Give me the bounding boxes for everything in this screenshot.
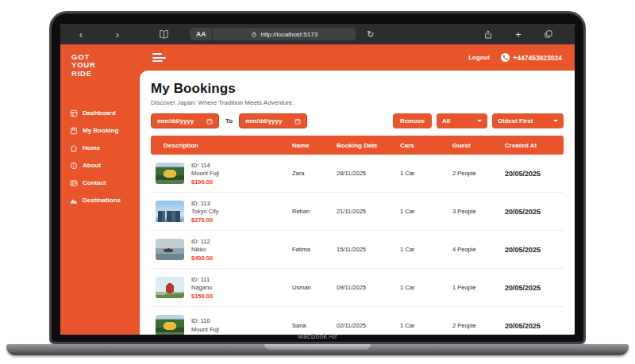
cars-count: 1 Car xyxy=(400,208,452,215)
screen-viewport: ‹ › AA http://localhost:5173 ↻ + xyxy=(60,24,575,335)
tab-overview-icon[interactable] xyxy=(533,29,564,39)
created-at: 20/05/2025 xyxy=(505,322,564,330)
booking-id: ID: 114 xyxy=(191,162,219,169)
booking-id: ID: 110 xyxy=(191,317,219,324)
booking-id: ID: 113 xyxy=(191,200,219,207)
sort-select[interactable]: Oldest First xyxy=(492,113,564,128)
cars-count: 1 Car xyxy=(400,322,452,329)
chevron-down-icon xyxy=(553,120,558,122)
destination-thumbnail xyxy=(156,239,184,260)
logout-button[interactable]: Logout xyxy=(468,54,490,61)
app-root: GOT YOUR RIDE Dashboard My Booking xyxy=(60,44,575,335)
table-row[interactable]: ID: 111 Nagano $150.00 Usman 09/11/2025 … xyxy=(151,269,564,307)
chevron-down-icon xyxy=(477,120,482,122)
page-subtitle: Discover Japan: Where Tradition Meets Ad… xyxy=(151,99,564,106)
booking-price: $270.00 xyxy=(191,216,219,224)
destination-name: Tokyo City xyxy=(191,208,219,215)
info-icon xyxy=(70,162,78,170)
sidebar-item-home[interactable]: Home xyxy=(60,140,140,157)
guest-count: 2 People xyxy=(452,170,505,177)
booking-id: ID: 111 xyxy=(191,276,213,283)
sidebar: GOT YOUR RIDE Dashboard My Booking xyxy=(60,44,140,335)
table-row[interactable]: ID: 114 Mount Fuji $190.00 Zara 28/11/20… xyxy=(151,155,564,193)
guest-count: 4 People xyxy=(452,246,505,253)
laptop-base xyxy=(6,344,629,355)
cars-count: 1 Car xyxy=(400,170,452,177)
back-icon[interactable]: ‹ xyxy=(71,29,90,40)
laptop-screen-frame: ‹ › AA http://localhost:5173 ↻ + xyxy=(49,11,586,344)
table-header: Description Name Booking Date Cars Guest… xyxy=(151,136,564,155)
phone-contact[interactable]: +447453923024 xyxy=(501,53,562,62)
topbar: Logout +447453923024 xyxy=(140,44,575,71)
reload-icon[interactable]: ↻ xyxy=(367,29,374,40)
guest-name: Rehan xyxy=(292,208,337,215)
table-body: ID: 114 Mount Fuji $190.00 Zara 28/11/20… xyxy=(151,155,564,335)
created-at: 20/05/2025 xyxy=(505,246,564,254)
destination-thumbnail xyxy=(156,163,184,184)
logo: GOT YOUR RIDE xyxy=(60,44,140,84)
destination-thumbnail xyxy=(156,201,184,222)
device-label: MacBook Air xyxy=(52,332,583,340)
sidebar-item-my-booking[interactable]: My Booking xyxy=(60,122,140,140)
table-row[interactable]: ID: 112 Nikko $400.00 Fatima 15/11/2025 … xyxy=(151,231,564,269)
sidebar-item-contact[interactable]: Contact xyxy=(60,174,140,192)
booking-price: $400.00 xyxy=(191,255,213,262)
category-select[interactable]: All xyxy=(437,113,487,128)
date-to-input[interactable]: mm/dd/yyyy xyxy=(239,113,307,128)
booking-price: $190.00 xyxy=(191,178,219,186)
guest-name: Sana xyxy=(292,322,337,329)
sidebar-item-about[interactable]: About xyxy=(60,157,140,174)
table-row[interactable]: ID: 113 Tokyo City $270.00 Rehan 21/11/2… xyxy=(151,193,564,231)
text-size-button[interactable]: AA xyxy=(190,28,213,40)
phone-icon xyxy=(501,53,510,62)
created-at: 20/05/2025 xyxy=(505,284,564,292)
sidebar-item-destinations[interactable]: Destinations xyxy=(60,192,140,209)
table-row[interactable]: ID: 110 Mount Fuji Sana 02/11/2025 1 Car… xyxy=(151,307,564,335)
booking-date: 21/11/2025 xyxy=(337,208,400,215)
url-text: http://localhost:5173 xyxy=(260,31,318,38)
guest-count: 1 People xyxy=(452,284,505,291)
booking-price: $150.00 xyxy=(191,293,213,300)
booking-date: 09/11/2025 xyxy=(337,284,400,291)
remove-filter-button[interactable]: Remove xyxy=(393,113,432,128)
destination-name: Nagano xyxy=(191,284,213,291)
phone-number: +447453923024 xyxy=(513,54,562,62)
reading-list-icon[interactable] xyxy=(159,29,169,40)
forward-icon[interactable]: › xyxy=(108,29,127,40)
cars-count: 1 Car xyxy=(400,284,452,291)
destination-name: Mount Fuji xyxy=(191,170,219,177)
calendar-icon xyxy=(206,118,213,125)
destination-thumbnail xyxy=(156,277,184,298)
page-title: My Bookings xyxy=(151,81,564,97)
lock-icon xyxy=(251,31,257,38)
home-icon xyxy=(70,144,78,152)
booking-date: 28/11/2025 xyxy=(337,170,400,177)
booking-date: 15/11/2025 xyxy=(337,246,400,253)
menu-icon[interactable] xyxy=(152,53,166,62)
laptop-mockup: ‹ › AA http://localhost:5173 ↻ + xyxy=(0,0,635,364)
new-tab-icon[interactable]: + xyxy=(503,29,533,40)
date-from-input[interactable]: mm/dd/yyyy xyxy=(151,113,219,128)
laptop-base-notch xyxy=(264,344,371,350)
sidebar-item-dashboard[interactable]: Dashboard xyxy=(60,105,140,122)
booking-date: 02/11/2025 xyxy=(337,322,400,329)
guest-name: Fatima xyxy=(292,246,337,253)
booking-icon xyxy=(70,127,78,135)
created-at: 20/05/2025 xyxy=(505,170,564,178)
sidebar-nav: Dashboard My Booking Home About xyxy=(60,105,140,209)
dashboard-icon xyxy=(70,109,78,117)
address-bar[interactable]: http://localhost:5173 xyxy=(213,28,356,40)
calendar-icon xyxy=(294,118,301,125)
share-icon[interactable] xyxy=(473,29,503,40)
guest-name: Zara xyxy=(292,170,337,177)
guest-count: 3 People xyxy=(452,208,505,215)
guest-name: Usman xyxy=(292,284,337,291)
destination-name: Nikko xyxy=(191,246,213,253)
main-content: My Bookings Discover Japan: Where Tradit… xyxy=(140,71,575,335)
contact-icon xyxy=(70,179,78,187)
filter-bar: mm/dd/yyyy To mm/dd/yyyy Remove xyxy=(151,113,564,128)
browser-toolbar: ‹ › AA http://localhost:5173 ↻ + xyxy=(60,24,575,44)
created-at: 20/05/2025 xyxy=(505,208,564,216)
mountains-icon xyxy=(70,197,78,205)
to-label: To xyxy=(225,117,233,125)
